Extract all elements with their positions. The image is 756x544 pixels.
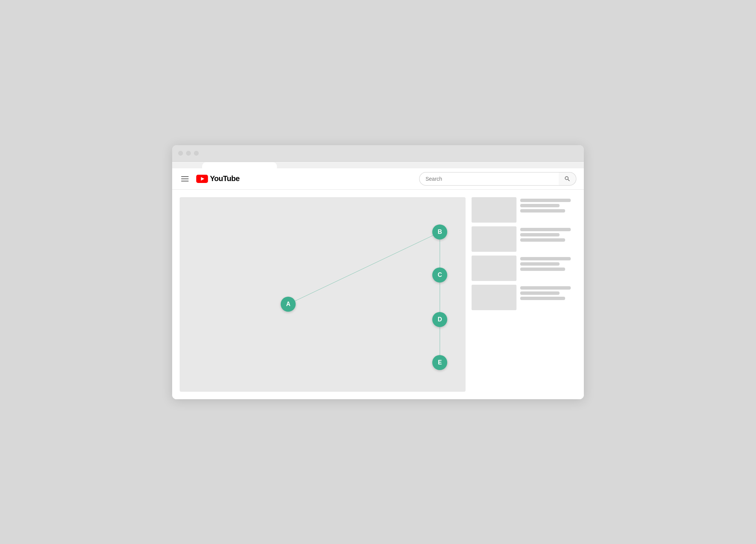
svg-line-2 <box>288 232 440 304</box>
main-content: A B C D E <box>172 190 584 399</box>
sidebar-sub-line-2 <box>520 209 565 213</box>
node-b[interactable]: B <box>432 224 447 239</box>
browser-tab[interactable] <box>202 162 277 168</box>
sidebar-title-line <box>520 199 571 202</box>
search-bar <box>419 172 576 186</box>
sidebar-title-line <box>520 257 571 260</box>
sidebar-sub-line-2 <box>520 268 565 271</box>
search-input[interactable] <box>419 172 559 186</box>
node-d[interactable]: D <box>432 312 447 327</box>
search-icon <box>564 175 571 182</box>
video-area: A B C D E <box>180 197 466 392</box>
sidebar-title-line <box>520 228 571 231</box>
traffic-light-minimize[interactable] <box>186 151 191 156</box>
browser-content: YouTube <box>172 168 584 399</box>
sidebar-text <box>520 226 576 242</box>
sidebar-sub-line-1 <box>520 233 560 236</box>
sidebar <box>472 197 576 392</box>
sidebar-thumbnail <box>472 285 516 310</box>
sidebar-text <box>520 285 576 300</box>
sidebar-text <box>520 256 576 271</box>
sidebar-item[interactable] <box>472 226 576 252</box>
browser-titlebar <box>172 145 584 162</box>
sidebar-item[interactable] <box>472 197 576 223</box>
youtube-brand-text: YouTube <box>210 174 240 183</box>
sidebar-sub-line-1 <box>520 262 560 266</box>
sidebar-sub-line-1 <box>520 204 560 207</box>
youtube-logo[interactable]: YouTube <box>196 174 240 183</box>
traffic-light-close[interactable] <box>178 151 183 156</box>
sidebar-item[interactable] <box>472 256 576 281</box>
sidebar-text <box>520 197 576 213</box>
node-e[interactable]: E <box>432 355 447 370</box>
connection-lines <box>180 197 466 392</box>
browser-window: YouTube <box>172 145 584 399</box>
sidebar-item[interactable] <box>472 285 576 310</box>
node-a[interactable]: A <box>281 297 296 312</box>
node-c[interactable]: C <box>432 268 447 282</box>
youtube-play-icon <box>196 175 208 183</box>
hamburger-menu[interactable] <box>180 175 190 183</box>
sidebar-thumbnail <box>472 256 516 281</box>
traffic-light-maximize[interactable] <box>194 151 199 156</box>
sidebar-thumbnail <box>472 226 516 252</box>
sidebar-sub-line-2 <box>520 238 565 242</box>
sidebar-title-line <box>520 286 571 290</box>
sidebar-sub-line-2 <box>520 297 565 300</box>
browser-tab-area <box>172 162 584 168</box>
sidebar-sub-line-1 <box>520 291 560 295</box>
sidebar-thumbnail <box>472 197 516 223</box>
search-button[interactable] <box>559 172 576 186</box>
youtube-header: YouTube <box>172 168 584 190</box>
